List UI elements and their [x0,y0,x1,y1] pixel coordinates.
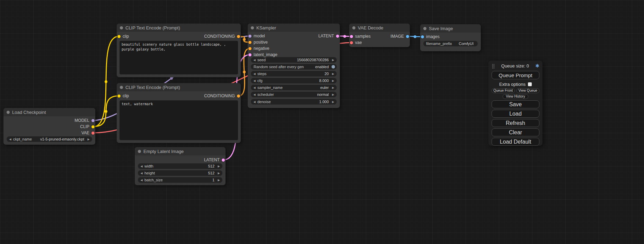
view-queue-button[interactable]: View Queue [517,88,540,93]
collapse-dot[interactable] [120,26,123,29]
node-graph-canvas[interactable]: Load Checkpoint MODEL CLIP VAE ◀ ckpt_na… [0,0,644,244]
arrow-right-icon[interactable]: ▶ [331,58,335,62]
node-titlebar[interactable]: CLIP Text Encode (Prompt) [117,24,241,32]
output-slot-latent[interactable]: LATENT [204,157,226,162]
node-save-image[interactable]: Save Image images filename_prefix ComfyU… [420,24,481,51]
collapse-dot[interactable] [251,26,254,29]
node-titlebar[interactable]: Load Checkpoint [3,108,95,116]
port-latent-input[interactable] [350,35,353,38]
input-slot-clip[interactable]: clip [117,34,129,39]
arrow-left-icon[interactable]: ◀ [140,172,143,175]
port-latent-output[interactable] [336,35,339,38]
save-button[interactable]: Save [492,100,539,108]
port-model-input[interactable] [248,35,252,38]
refresh-button[interactable]: Refresh [492,119,539,127]
port-conditioning-output[interactable] [237,94,240,98]
arrow-right-icon[interactable]: ▶ [331,100,335,103]
widget-random-seed[interactable]: Random seed after every gen enabled [251,64,337,70]
input-slot-vae[interactable]: vae [349,40,362,45]
output-slot-model[interactable]: MODEL [74,118,95,123]
output-slot-conditioning[interactable]: CONDITIONING [204,34,241,39]
node-titlebar[interactable]: KSampler [248,24,340,32]
arrow-right-icon[interactable]: ▶ [217,165,221,168]
output-slot-image[interactable]: IMAGE [390,34,410,39]
widget-height[interactable]: ◀ height 512 ▶ [138,170,222,176]
port-conditioning-input[interactable] [248,47,252,50]
negative-prompt-textarea[interactable]: text, watermark [120,100,238,140]
widget-batch-size[interactable]: ◀ batch_size 1 ▶ [138,177,222,183]
port-latent-input[interactable] [248,53,252,56]
port-conditioning-input[interactable] [248,41,252,44]
arrow-left-icon[interactable]: ◀ [253,72,256,75]
extra-options-checkbox[interactable] [528,82,532,86]
clear-button[interactable]: Clear [492,128,539,136]
node-empty-latent-image[interactable]: Empty Latent Image LATENT ◀ width 512 ▶ … [135,147,226,185]
port-clip-output[interactable] [91,125,95,128]
input-slot-positive[interactable]: positive [248,40,268,45]
node-titlebar[interactable]: VAE Decode [349,24,410,32]
node-ksampler[interactable]: KSampler model positive negative latent_… [248,24,340,108]
toggle-dot-icon[interactable] [332,65,335,69]
collapse-dot[interactable] [423,27,426,30]
view-history-button[interactable]: View History [503,94,528,99]
input-slot-clip[interactable]: clip [117,93,129,98]
widget-filename-prefix[interactable]: filename_prefix ComfyUI [423,41,478,46]
widget-cfg[interactable]: ◀ cfg 8.000 ▶ [251,78,337,83]
output-slot-latent[interactable]: LATENT [318,34,340,38]
node-titlebar[interactable]: Empty Latent Image [135,147,226,155]
arrow-right-icon[interactable]: ▶ [217,179,221,182]
output-slot-vae[interactable]: VAE [81,130,95,135]
load-default-button[interactable]: Load Default [492,138,539,146]
node-load-checkpoint[interactable]: Load Checkpoint MODEL CLIP VAE ◀ ckpt_na… [3,108,95,145]
widget-ckpt-name[interactable]: ◀ ckpt_name v1-5-pruned-emaonly.ckpt ▶ [7,136,92,142]
widget-sampler-name[interactable]: ◀ sampler_name euler ▶ [251,85,337,90]
collapse-dot[interactable] [7,111,10,114]
port-clip-input[interactable] [117,35,121,38]
node-titlebar[interactable]: CLIP Text Encode (Prompt) [117,83,241,91]
queue-prompt-button[interactable]: Queue Prompt [492,71,539,79]
node-titlebar[interactable]: Save Image [420,24,481,33]
arrow-right-icon[interactable]: ▶ [331,72,335,75]
node-vae-decode[interactable]: VAE Decode samples vae IMAGE [349,24,410,47]
output-slot-clip[interactable]: CLIP [80,124,95,129]
collapse-dot[interactable] [120,86,123,89]
arrow-right-icon[interactable]: ▶ [217,172,221,175]
arrow-left-icon[interactable]: ◀ [253,93,256,96]
node-clip-text-encode-positive[interactable]: CLIP Text Encode (Prompt) clip CONDITION… [117,24,241,77]
load-button[interactable]: Load [492,110,539,118]
arrow-right-icon[interactable]: ▶ [87,138,90,141]
input-slot-images[interactable]: images [420,34,440,39]
positive-prompt-textarea[interactable]: beautiful scenery nature glass bottle la… [120,41,238,74]
arrow-left-icon[interactable]: ◀ [140,165,143,168]
input-slot-negative[interactable]: negative [248,46,269,51]
arrow-right-icon[interactable]: ▶ [331,86,335,89]
port-image-input[interactable] [421,35,424,38]
collapse-dot[interactable] [352,26,355,29]
arrow-right-icon[interactable]: ▶ [331,93,335,96]
port-image-output[interactable] [406,35,409,38]
arrow-left-icon[interactable]: ◀ [253,58,256,62]
arrow-left-icon[interactable]: ◀ [253,79,256,82]
widget-seed[interactable]: ◀ seed 156680208700286 ▶ [251,57,337,63]
widget-denoise[interactable]: ◀ denoise 1.000 ▶ [251,99,337,105]
arrow-left-icon[interactable]: ◀ [253,100,256,103]
input-slot-latent-image[interactable]: latent_image [248,52,277,57]
widget-steps[interactable]: ◀ steps 20 ▶ [251,71,337,76]
input-slot-model[interactable]: model [248,34,265,38]
port-conditioning-output[interactable] [237,35,240,38]
widget-width[interactable]: ◀ width 512 ▶ [138,163,222,169]
node-clip-text-encode-negative[interactable]: CLIP Text Encode (Prompt) clip CONDITION… [117,83,241,143]
drag-handle-icon[interactable]: ⣿ [492,63,495,69]
port-clip-input[interactable] [117,94,121,98]
arrow-left-icon[interactable]: ◀ [140,179,143,182]
widget-scheduler[interactable]: ◀ scheduler normal ▶ [251,92,337,97]
arrow-right-icon[interactable]: ▶ [331,79,335,82]
arrow-left-icon[interactable]: ◀ [253,86,256,89]
queue-front-button[interactable]: Queue Front [492,88,515,93]
arrow-left-icon[interactable]: ◀ [8,138,12,141]
output-slot-conditioning[interactable]: CONDITIONING [204,93,241,98]
port-vae-input[interactable] [350,41,353,44]
port-latent-output[interactable] [222,159,225,162]
input-slot-samples[interactable]: samples [349,34,371,39]
port-model-output[interactable] [91,119,95,122]
